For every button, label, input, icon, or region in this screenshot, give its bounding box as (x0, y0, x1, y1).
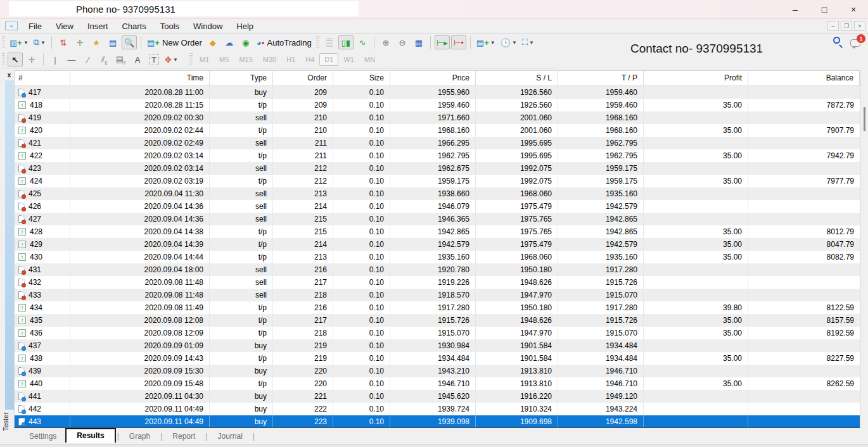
timeframe-button-mn[interactable]: MN (359, 53, 380, 66)
scrollbar-thumb[interactable] (864, 107, 865, 131)
mdi-minimize-button[interactable]: – (827, 21, 839, 31)
tab-settings[interactable]: Settings (20, 430, 65, 443)
timeframe-button-d1[interactable]: D1 (319, 53, 338, 66)
table-row[interactable]: 4262020.09.04 14:36sell2140.101946.07919… (15, 200, 860, 213)
crosshair-tool-icon[interactable]: ✛ (24, 53, 39, 66)
vertical-line-tool-icon[interactable]: | (48, 53, 63, 66)
fibonacci-tool-icon[interactable]: ▤F (113, 53, 129, 66)
table-row[interactable]: 4312020.09.04 18:00sell2160.101920.78019… (15, 263, 860, 276)
timeframe-button-m15[interactable]: M15 (234, 53, 257, 66)
candlestick-chart-icon[interactable]: ▯▮ (338, 35, 354, 49)
table-row[interactable]: 4412020.09.11 04:30buy2210.101945.620191… (15, 390, 860, 403)
profiles-button[interactable]: ⧉▼ (32, 35, 48, 49)
table-row[interactable]: ↑4222020.09.02 03:14t/p2110.101962.79519… (15, 149, 860, 162)
table-row[interactable]: ↑4302020.09.04 14:44t/p2130.101935.16019… (15, 251, 860, 263)
table-row[interactable]: 4172020.08.28 11:00buy2090.101955.960192… (15, 86, 860, 99)
menu-tools[interactable]: Tools (153, 20, 186, 33)
close-button[interactable]: × (839, 0, 868, 19)
bar-chart-icon[interactable]: 𝄛 (322, 35, 337, 49)
table-row[interactable]: ↑4402020.09.09 15:48t/p2200.101946.71019… (15, 377, 860, 390)
menu-file[interactable]: File (22, 20, 49, 33)
menu-window[interactable]: Window (186, 20, 229, 33)
arrows-tool-dropdown[interactable]: ✥▼ (163, 53, 180, 66)
column-header-tp[interactable]: T / P (558, 71, 644, 85)
column-header-sl[interactable]: S / L (476, 71, 558, 85)
column-header-order[interactable]: Order (273, 71, 333, 85)
table-row[interactable]: 4432020.09.11 04:49buy2230.101939.098190… (15, 415, 860, 428)
column-header-size[interactable]: Size (333, 71, 390, 85)
search-icon[interactable] (833, 37, 840, 44)
timeframe-button-m1[interactable]: M1 (195, 53, 214, 66)
auto-scroll-icon[interactable]: ⊢▸ (435, 35, 450, 49)
terminal-icon[interactable]: ▤ (105, 35, 120, 49)
new-order-button[interactable]: ▤+ New Order (145, 35, 204, 49)
autotrading-button[interactable]: ◕● AutoTrading (255, 35, 314, 49)
timeframe-button-w1[interactable]: W1 (338, 53, 359, 66)
metaeditor-icon[interactable]: ◆ (205, 35, 220, 49)
templates-dropdown-button[interactable]: ▤+▼ (475, 35, 497, 49)
column-header-price[interactable]: Price (390, 71, 476, 85)
equidistant-channel-tool-icon[interactable]: ⫽E (97, 53, 112, 66)
table-row[interactable]: ↑4382020.09.09 14:43t/p2190.101934.48419… (15, 352, 860, 365)
timeframe-button-h4[interactable]: H4 (300, 53, 319, 66)
column-header-type[interactable]: Type (210, 71, 273, 85)
market-watch-icon[interactable]: ⇅ (56, 35, 71, 49)
cursor-tool-icon[interactable]: ↖ (8, 53, 23, 66)
menu-view[interactable]: View (49, 20, 80, 33)
zoom-out-icon[interactable]: ⊖ (395, 35, 410, 49)
strategy-tester-button[interactable]: 🔍 (122, 35, 137, 49)
indicators-dropdown-button[interactable]: ⛶▼ (520, 35, 536, 49)
chart-shift-icon[interactable]: ⊢• (451, 35, 466, 49)
table-row[interactable]: ↑4282020.09.04 14:38t/p2150.101942.86519… (15, 225, 860, 238)
timeframe-button-m30[interactable]: M30 (258, 53, 281, 66)
table-row[interactable]: 4392020.09.09 15:30buy2200.101943.210191… (15, 365, 860, 377)
tab-results[interactable]: Results (65, 428, 115, 443)
table-row[interactable]: 4232020.09.02 03:14sell2120.101962.67519… (15, 162, 860, 175)
table-row[interactable]: ↑4202020.09.02 02:44t/p2100.101968.16020… (15, 124, 860, 137)
table-row[interactable]: 4422020.09.11 04:49buy2220.101939.724191… (15, 403, 860, 415)
tester-panel-close-icon[interactable]: x (4, 70, 14, 79)
minimize-button[interactable]: – (781, 0, 810, 19)
table-row[interactable]: 4272020.09.04 14:36sell2150.101946.36519… (15, 213, 860, 225)
column-header-time[interactable]: Time (70, 71, 210, 85)
table-row[interactable]: 4372020.09.09 01:09buy2190.101930.984190… (15, 339, 860, 352)
periods-dropdown-button[interactable]: 🕒▼ (499, 35, 519, 49)
table-row[interactable]: ↑4242020.09.02 03:19t/p2120.101959.17519… (15, 175, 860, 187)
new-chart-button[interactable]: ▥+▼ (8, 35, 30, 49)
tab-journal[interactable]: Journal (208, 430, 251, 443)
table-row[interactable]: ↑4352020.09.08 12:08t/p2170.101915.72619… (15, 314, 860, 327)
vertical-scrollbar[interactable] (861, 70, 867, 428)
tab-report[interactable]: Report (163, 430, 204, 443)
column-header-balance[interactable]: Balance (748, 71, 860, 85)
zoom-in-icon[interactable]: ⊕ (378, 35, 393, 49)
table-row[interactable]: ↑4342020.09.08 11:49t/p2160.101917.28019… (15, 301, 860, 314)
text-label-tool-icon[interactable]: T (146, 53, 162, 66)
tile-windows-icon[interactable]: ▦ (411, 35, 426, 49)
navigator-icon[interactable]: ★ (89, 35, 104, 49)
mdi-close-button[interactable]: × (854, 21, 865, 31)
tab-graph[interactable]: Graph (120, 430, 159, 443)
timeframe-button-h1[interactable]: H1 (281, 53, 300, 66)
table-row[interactable]: 4212020.09.02 02:49sell2110.101966.29519… (15, 137, 860, 149)
table-row[interactable]: 4322020.09.08 11:48sell2170.101919.22619… (15, 276, 860, 289)
text-tool-icon[interactable]: A (130, 53, 145, 66)
table-row[interactable]: ↑4292020.09.04 14:39t/p2140.101942.57919… (15, 238, 860, 251)
table-row[interactable]: 4332020.09.08 11:48sell2180.101918.57019… (15, 289, 860, 301)
trendline-tool-icon[interactable]: ∕ (80, 53, 96, 66)
signals-icon[interactable]: ◉ (238, 35, 253, 49)
line-chart-icon[interactable]: ∿ (355, 35, 370, 49)
table-row[interactable]: ↑4182020.08.28 11:15t/p2090.101959.46019… (15, 99, 860, 111)
column-header-profit[interactable]: Profit (644, 71, 748, 85)
menu-charts[interactable]: Charts (115, 20, 153, 33)
menu-help[interactable]: Help (229, 20, 260, 33)
table-row[interactable]: ↑4362020.09.08 12:09t/p2180.101915.07019… (15, 327, 860, 339)
mdi-restore-button[interactable]: ❐ (841, 21, 852, 31)
horizontal-line-tool-icon[interactable]: — (64, 53, 79, 66)
chart-upload-icon[interactable]: ☁ (222, 35, 237, 49)
data-window-icon[interactable]: ✛ (72, 35, 87, 49)
column-header-num[interactable]: # (15, 71, 70, 85)
menu-insert[interactable]: Insert (80, 20, 115, 33)
table-row[interactable]: 4252020.09.04 11:30sell2130.101938.66019… (15, 187, 860, 200)
maximize-button[interactable]: □ (810, 0, 839, 19)
table-row[interactable]: 4192020.09.02 00:30sell2100.101971.66020… (15, 111, 860, 124)
